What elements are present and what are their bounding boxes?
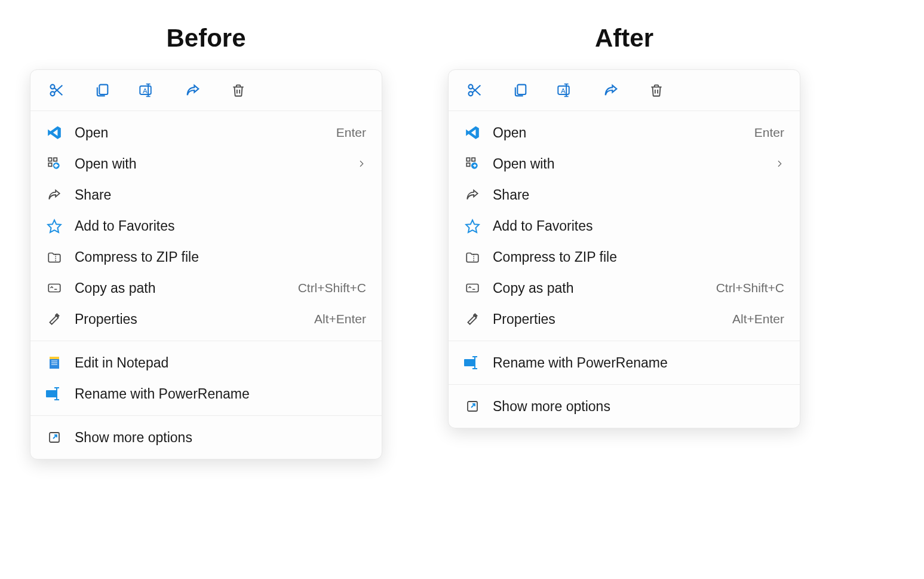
favorites-item[interactable]: Add to Favorites [30,210,382,241]
zip-icon [464,249,481,265]
trash-icon [649,82,664,99]
compress-label: Compress to ZIP file [75,249,366,265]
show-more-item[interactable]: Show more options [30,422,382,453]
zip-icon [46,249,63,265]
delete-button[interactable] [647,81,666,100]
copy-path-shortcut: Ctrl+Shift+C [298,281,366,295]
scissors-icon [466,82,483,99]
context-menu-before: A Open Enter Open with [30,69,382,459]
edit-notepad-label: Edit in Notepad [75,355,366,371]
open-with-item[interactable]: Open with [30,148,382,179]
open-with-label: Open with [75,156,357,172]
properties-item[interactable]: Properties Alt+Enter [30,304,382,335]
toolbar: A [30,70,382,111]
star-icon [46,217,63,234]
expand-icon [46,429,63,446]
edit-notepad-item[interactable]: Edit in Notepad [30,347,382,378]
notepad-icon [46,354,63,371]
svg-rect-37 [466,158,469,161]
chevron-right-icon [357,159,366,169]
vscode-icon [464,124,481,141]
svg-rect-11 [48,163,51,166]
svg-rect-22 [46,390,57,397]
rename-icon: A [557,82,575,99]
compress-item[interactable]: Compress to ZIP file [30,241,382,272]
svg-rect-38 [466,163,469,166]
extensions-section: Edit in Notepad Rename with PowerRename [30,341,382,415]
open-label: Open [75,125,336,141]
after-column: After A Open E [448,24,800,459]
svg-text:A: A [143,87,148,94]
open-item[interactable]: Open Enter [449,117,800,148]
share-label: Share [493,187,784,203]
open-with-icon [46,155,63,172]
extensions-section: Rename with PowerRename [449,341,800,384]
rename-button[interactable]: A [138,81,157,100]
svg-rect-17 [50,358,59,369]
show-more-item[interactable]: Show more options [449,391,800,422]
svg-rect-12 [54,158,57,161]
share-icon [464,186,481,203]
cut-button[interactable] [47,81,66,100]
powerrename-item[interactable]: Rename with PowerRename [449,347,800,378]
show-more-label: Show more options [75,430,366,446]
open-with-icon [464,155,481,172]
rename-button[interactable]: A [556,81,575,100]
compress-label: Compress to ZIP file [493,249,784,265]
cut-button[interactable] [465,81,484,100]
before-column: Before A Open [30,24,382,459]
rename-icon: A [139,82,156,99]
before-heading: Before [166,24,245,53]
powerrename-item[interactable]: Rename with PowerRename [30,378,382,409]
share-item[interactable]: Share [30,179,382,210]
vscode-icon [46,124,63,141]
more-section: Show more options [30,416,382,459]
main-section: Open Enter Open with Share [449,111,800,341]
properties-item[interactable]: Properties Alt+Enter [449,304,800,335]
copy-button[interactable] [511,81,530,100]
powerrename-icon [464,354,481,371]
share-toolbar-button[interactable] [601,81,621,100]
share-label: Share [75,187,366,203]
copy-path-label: Copy as path [75,280,298,296]
trash-icon [231,82,246,99]
svg-rect-44 [464,359,475,366]
more-section: Show more options [449,385,800,428]
share-item[interactable]: Share [449,179,800,210]
compress-item[interactable]: Compress to ZIP file [449,241,800,272]
favorites-item[interactable]: Add to Favorites [449,210,800,241]
copy-icon [512,82,529,99]
expand-icon [464,398,481,415]
favorites-label: Add to Favorites [493,218,784,234]
svg-marker-41 [466,220,479,232]
favorites-label: Add to Favorites [75,218,366,234]
properties-label: Properties [493,311,732,327]
open-label: Open [493,125,754,141]
open-with-label: Open with [493,156,775,172]
context-menu-after: A Open Enter Open with [448,69,800,428]
copy-path-item[interactable]: Copy as path Ctrl+Shift+C [30,272,382,304]
open-with-item[interactable]: Open with [449,148,800,179]
share-arrow-icon [185,82,201,99]
main-section: Open Enter Open with Share [30,111,382,341]
delete-button[interactable] [229,81,248,100]
share-toolbar-button[interactable] [183,81,202,100]
copy-path-shortcut: Ctrl+Shift+C [716,281,784,295]
copy-path-label: Copy as path [493,280,716,296]
star-icon [464,217,481,234]
svg-rect-16 [48,284,60,292]
copy-button[interactable] [93,81,112,100]
properties-shortcut: Alt+Enter [732,312,784,326]
powerrename-label: Rename with PowerRename [493,355,784,371]
open-shortcut: Enter [754,125,784,140]
open-shortcut: Enter [336,125,366,140]
copy-path-item[interactable]: Copy as path Ctrl+Shift+C [449,272,800,304]
share-arrow-icon [603,82,619,99]
copy-path-icon [46,280,63,296]
powerrename-label: Rename with PowerRename [75,386,366,402]
svg-rect-43 [466,284,478,292]
svg-rect-18 [50,357,59,359]
svg-rect-10 [48,158,51,161]
open-item[interactable]: Open Enter [30,117,382,148]
properties-label: Properties [75,311,314,327]
